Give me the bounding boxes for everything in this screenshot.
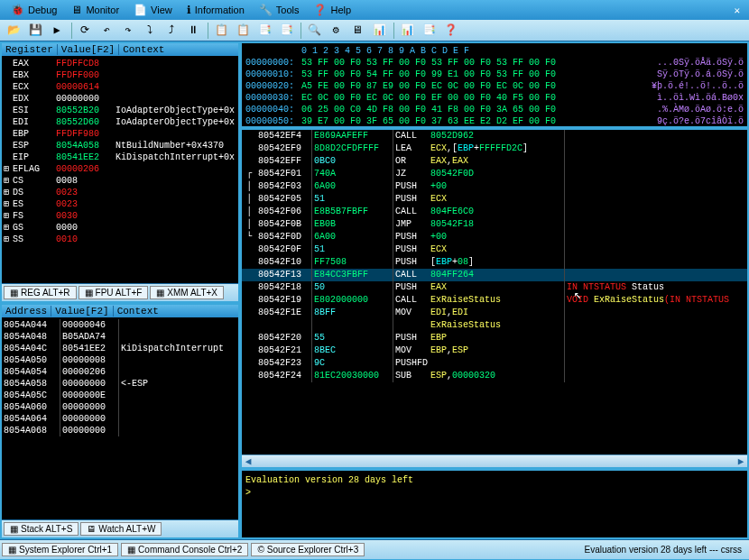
stack-value[interactable]: B05ADA74 <box>60 331 119 343</box>
expand-icon[interactable] <box>4 81 13 93</box>
stack-value[interactable]: 80541EE2 <box>60 343 119 354</box>
stack-value[interactable]: 00000008 <box>60 354 119 366</box>
stack-value[interactable]: 0000000E <box>60 390 119 401</box>
hex-row[interactable]: 00000020:A5 FE 00 F0 87 E9 00 F0 EC 0C 0… <box>245 80 744 92</box>
stack-tab[interactable]: 🖥Watch ALT+W <box>80 522 162 536</box>
hex-row[interactable]: 00000040:06 25 00 C0 4D F8 00 F0 41 F8 0… <box>245 104 744 115</box>
register-row[interactable]: ESI80552B20IoAdapterObjectType+0x <box>4 105 236 116</box>
registers-tab[interactable]: ▦XMM ALT+X <box>150 286 224 299</box>
disasm-row[interactable]: │80542F0BEB0BJMP80542F18 <box>242 218 747 231</box>
stack-row[interactable]: 8054A05C0000000E <box>4 390 236 401</box>
disasm-row[interactable]: 80542F1E8BFFMOVEDI,EDI <box>242 307 747 319</box>
register-row[interactable]: ⊞EFLAG00000206 <box>4 163 236 175</box>
register-value[interactable]: 80541EE2 <box>56 151 116 163</box>
stack-row[interactable]: 8054A04C80541EE2KiDispatchInterrupt <box>4 343 236 354</box>
stack-row[interactable]: 8054A05000000008 <box>4 354 236 366</box>
register-value[interactable]: 0000 <box>56 222 116 234</box>
disasm-row[interactable]: │80542F06E8B5B7FBFFCALL804FE6C0 <box>242 206 747 218</box>
statusbar-button[interactable]: ▦Command Console Ctrl+2 <box>121 543 248 556</box>
console-pane[interactable]: Evaluation version 28 days left > <box>240 469 749 539</box>
toolbar-button[interactable]: 💾 <box>25 22 45 40</box>
stack-row[interactable]: 8054A06000000000 <box>4 401 236 413</box>
register-row[interactable]: ESP8054A058NtBuildNumber+0x4370 <box>4 140 236 151</box>
register-value[interactable]: 0023 <box>56 187 116 198</box>
disasm-row[interactable]: 80542F218BECMOVEBP,ESP <box>242 344 747 357</box>
toolbar-button[interactable]: 📑 <box>419 22 439 40</box>
toolbar-button[interactable]: 🖥 <box>347 22 367 40</box>
register-row[interactable]: EIP80541EE2KiDispatchInterrupt+0x <box>4 151 236 163</box>
hex-row[interactable]: 00000000:53 FF 00 F0 53 FF 00 F0 53 FF 0… <box>245 57 744 69</box>
toolbar-button[interactable]: 📂 <box>4 22 23 40</box>
menu-tools[interactable]: 🔧Tools <box>252 4 307 16</box>
expand-icon[interactable] <box>4 58 13 69</box>
register-value[interactable]: 0010 <box>56 234 116 245</box>
register-value[interactable]: 00000000 <box>56 93 116 105</box>
expand-icon[interactable]: ⊞ <box>4 222 13 234</box>
menu-information[interactable]: ℹInformation <box>180 4 252 16</box>
hex-row[interactable]: 00000030:EC 0C 00 F0 EC 0C 00 F0 EF 00 0… <box>245 92 744 104</box>
registers-tab[interactable]: ▦REG ALT+R <box>4 286 77 299</box>
close-button[interactable]: ✕ <box>728 5 745 16</box>
register-value[interactable]: FFDFF000 <box>56 69 116 81</box>
disasm-row[interactable]: │80542F036A00PUSH+00 <box>242 180 747 193</box>
expand-icon[interactable]: ⊞ <box>4 210 13 222</box>
statusbar-button[interactable]: ▦System Explorer Ctrl+1 <box>2 543 118 556</box>
stack-value[interactable]: 00000000 <box>60 413 119 425</box>
stack-row[interactable]: 8054A05400000206 <box>4 366 236 378</box>
registers-body[interactable]: EAXFFDFFCD8EBXFFDFF000ECX00000614EDX0000… <box>2 56 238 283</box>
expand-icon[interactable] <box>4 105 13 116</box>
toolbar-button[interactable]: ⤵ <box>140 22 160 40</box>
register-row[interactable]: EAXFFDFFCD8 <box>4 58 236 69</box>
register-row[interactable]: EDX00000000 <box>4 93 236 105</box>
hex-row[interactable]: 00000010:53 FF 00 F0 54 FF 00 F0 99 E1 0… <box>245 69 744 80</box>
registers-tab[interactable]: ▦FPU ALT+F <box>79 286 149 299</box>
register-value[interactable]: 0030 <box>56 210 116 222</box>
register-value[interactable]: FFDFFCD8 <box>56 58 116 69</box>
disasm-row[interactable]: 80542F0F51PUSHECX <box>242 243 747 256</box>
stack-value[interactable]: 00000000 <box>60 425 119 436</box>
disasm-row[interactable]: 80542EF4E869AAFEFFCALL8052D962 <box>242 130 747 142</box>
register-value[interactable]: 0008 <box>56 175 116 187</box>
stack-value[interactable]: 00000000 <box>60 378 119 390</box>
stack-value[interactable]: 00000206 <box>60 366 119 378</box>
register-value[interactable]: FFDFF980 <box>56 128 116 140</box>
hex-row[interactable]: 00000050:39 E7 00 F0 3F 65 00 F0 37 63 E… <box>245 115 744 127</box>
toolbar-button[interactable]: ⚙ <box>326 22 346 40</box>
register-row[interactable]: ECX00000614 <box>4 81 236 93</box>
disasm-row[interactable]: │80542F0551PUSHECX <box>242 193 747 206</box>
toolbar-button[interactable]: 📊 <box>369 22 389 40</box>
toolbar-button[interactable]: ❓ <box>440 22 460 40</box>
register-row[interactable]: ⊞ES0023 <box>4 198 236 210</box>
disasm-row[interactable]: ┌80542F01740AJZ80542F0D <box>242 168 747 180</box>
register-value[interactable]: 8054A058 <box>56 140 116 151</box>
menu-help[interactable]: ❓Help <box>306 4 358 16</box>
toolbar-button[interactable]: 📋 <box>233 22 253 40</box>
stack-row[interactable]: 8054A04400000046 <box>4 319 236 331</box>
toolbar-button[interactable]: ↶ <box>97 22 116 40</box>
register-value[interactable]: 00000614 <box>56 81 116 93</box>
toolbar-button[interactable]: 📑 <box>254 22 274 40</box>
expand-icon[interactable]: ⊞ <box>4 234 13 245</box>
menu-monitor[interactable]: 🖥Monitor <box>64 4 126 16</box>
disasm-row[interactable]: 80542F13E84CC3FBFFCALL804FF264 <box>242 269 747 281</box>
toolbar-button[interactable]: ⏸ <box>183 22 203 40</box>
stack-tab[interactable]: ▦Stack ALT+S <box>4 522 79 536</box>
toolbar-button[interactable]: 📊 <box>397 22 417 40</box>
disasm-row[interactable]: ExRaiseStatus <box>242 319 747 332</box>
stack-value[interactable]: 00000000 <box>60 401 119 413</box>
expand-icon[interactable] <box>4 128 13 140</box>
scroll-left-icon[interactable]: ◀ <box>242 455 254 467</box>
stack-body[interactable]: 8054A044000000468054A048B05ADA748054A04C… <box>2 317 238 519</box>
register-row[interactable]: ⊞FS0030 <box>4 210 236 222</box>
disasm-row[interactable]: 80542F1850PUSHEAXIN NTSTATUS Status <box>242 281 747 294</box>
menu-debug[interactable]: 🐞Debug <box>4 4 64 16</box>
expand-icon[interactable] <box>4 140 13 151</box>
toolbar-button[interactable]: ▶ <box>47 22 67 40</box>
register-value[interactable]: 00000206 <box>56 163 116 175</box>
expand-icon[interactable] <box>4 116 13 128</box>
register-row[interactable]: ⊞DS0023 <box>4 187 236 198</box>
menu-view[interactable]: 📄View <box>126 4 180 16</box>
toolbar-button[interactable]: ↷ <box>118 22 138 40</box>
toolbar-button[interactable]: ⤴ <box>162 22 181 40</box>
expand-icon[interactable] <box>4 151 13 163</box>
